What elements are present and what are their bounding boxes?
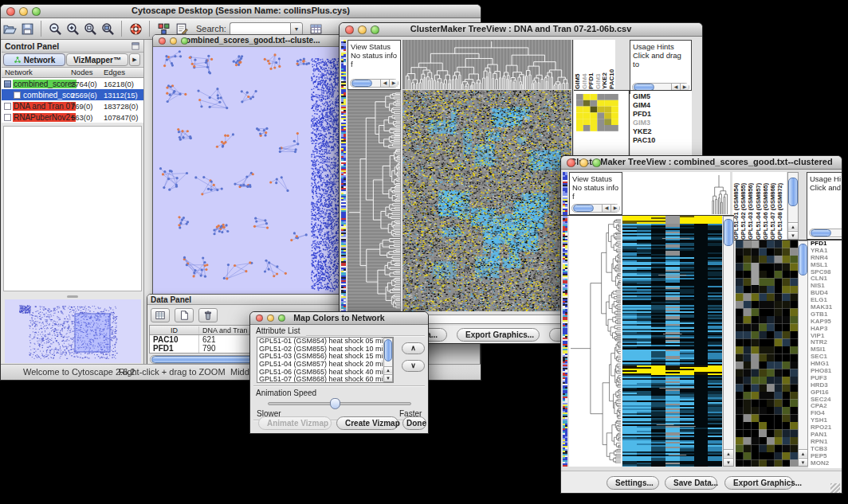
column-label[interactable]: YKE2 [601, 40, 608, 89]
network-list-row[interactable]: combined_scores 2764(0) 16218(0) [2, 78, 143, 89]
column-label[interactable]: GIM5 [574, 40, 581, 89]
network-canvas[interactable] [153, 47, 348, 297]
col-network[interactable]: Network [5, 68, 33, 76]
network-list-row[interactable]: DNA and Tran 07 769(0) 183728(0) [2, 100, 143, 111]
zoom-out-button[interactable] [46, 21, 64, 37]
gene-label[interactable]: YKE2 [633, 127, 692, 136]
minimize-icon[interactable] [19, 7, 28, 16]
col-nodes[interactable]: Nodes [71, 68, 92, 76]
scroll-right-icon[interactable]: ▶ [610, 205, 619, 212]
open-session-button[interactable] [1, 21, 18, 37]
treeview1-titlebar[interactable]: ClusterMaker TreeView : DNA and Tran 07-… [340, 23, 702, 37]
treeview2-titlebar[interactable]: ClusterMaker TreeView : combined_scores_… [561, 156, 842, 170]
close-icon[interactable] [159, 37, 166, 45]
float-panel-icon[interactable] [131, 41, 140, 51]
heatmap-vscrollbar[interactable]: ▲ ▼ [723, 216, 734, 467]
scroll-up-icon[interactable]: ▲ [799, 449, 807, 457]
close-icon[interactable] [6, 7, 15, 16]
scroll-down-icon[interactable]: ▼ [788, 231, 798, 239]
column-label[interactable]: GIM3 [595, 40, 602, 89]
column-label[interactable]: GPL51-06 (GSM865) [762, 172, 769, 240]
network-tree-whitespace[interactable] [3, 126, 142, 291]
scroll-up-icon[interactable]: ▲ [788, 222, 798, 230]
close-icon[interactable] [567, 158, 575, 167]
zoom-vscrollbar[interactable]: ▲ ▼ [798, 240, 808, 467]
column-label[interactable]: GPL51-02 (GSM855) [740, 172, 747, 240]
col-id[interactable]: ID [150, 326, 199, 334]
save-data-button[interactable]: Save Data... [665, 476, 717, 490]
close-icon[interactable] [256, 315, 263, 322]
hscrollbar[interactable]: ◀▶ [571, 204, 620, 213]
network-list-row[interactable]: combined_sco 2569(6) 13112(15) [2, 89, 143, 100]
tab-vizmapper[interactable]: VizMapper™ [66, 53, 128, 66]
column-label[interactable]: GPL51-08 (GSM872) [776, 172, 783, 240]
zoom-window-icon[interactable] [371, 25, 379, 34]
scrollbar-thumb[interactable] [384, 339, 392, 361]
zoom-fit-button[interactable] [99, 21, 116, 37]
scrollbar-thumb[interactable] [788, 178, 798, 206]
hscrollbar[interactable]: ◀▶ [350, 79, 398, 88]
scrollbar-thumb[interactable] [351, 80, 372, 87]
hscrollbar[interactable] [809, 229, 842, 237]
speed-slider-thumb[interactable] [330, 398, 340, 409]
minimize-icon[interactable] [267, 315, 274, 322]
scrollbar-thumb[interactable] [724, 219, 733, 246]
scroll-down-icon[interactable]: ▼ [724, 458, 733, 466]
correlation-mini-heatmap[interactable] [576, 94, 618, 131]
column-label[interactable]: GPL51-04 (GSM857) [755, 172, 762, 240]
close-icon[interactable] [345, 25, 354, 34]
settings-button[interactable]: Settings... [607, 476, 659, 490]
new-attribute-icon[interactable] [175, 308, 194, 322]
scroll-down-icon[interactable]: ▼ [384, 374, 392, 381]
scrollbar-thumb[interactable] [799, 244, 807, 275]
zoom-window-icon[interactable] [32, 7, 41, 16]
move-up-button[interactable]: ∧ [402, 342, 425, 354]
save-session-button[interactable] [18, 21, 36, 37]
column-dendrogram[interactable] [622, 172, 730, 215]
network-list-row[interactable]: RNAPuberNov2+ 563(0) 107847(0) [2, 111, 143, 123]
chevron-down-icon[interactable]: ▼ [290, 22, 303, 36]
scroll-down-icon[interactable]: ▼ [799, 458, 807, 466]
birdseye-view[interactable] [5, 299, 141, 363]
gene-label[interactable]: GIM5 [633, 92, 692, 101]
zoom-heatmap-canvas[interactable] [736, 240, 798, 467]
attribute-table-icon[interactable] [151, 308, 170, 322]
minimize-icon[interactable] [579, 158, 588, 167]
create-vizmap-button[interactable]: Create Vizmap [336, 416, 398, 430]
more-tabs-icon[interactable]: ▶ [129, 53, 140, 66]
scroll-right-icon[interactable]: ▶ [389, 80, 398, 87]
move-down-button[interactable]: ∨ [402, 360, 425, 372]
column-label[interactable]: PFD1 [587, 40, 595, 89]
scrollbar-thumb[interactable] [811, 229, 831, 236]
heatmap-canvas[interactable] [622, 216, 722, 467]
help-icon[interactable] [127, 21, 144, 37]
attribute-listbox[interactable]: GPL51-01 (GSM854) heat shock 05 minGPL51… [257, 337, 394, 383]
animate-vizmap-button[interactable]: Animate Vizmap [258, 416, 332, 430]
scroll-left-icon[interactable]: ◀ [380, 80, 389, 87]
zoom-window-icon[interactable] [592, 158, 601, 167]
minimize-icon[interactable] [358, 25, 367, 34]
column-dendrogram[interactable] [402, 40, 571, 89]
column-label[interactable]: PAC10 [608, 40, 615, 89]
gene-label[interactable]: GIM4 [633, 101, 692, 110]
minimize-icon[interactable] [170, 37, 177, 45]
column-label[interactable]: GPL51-03 (GSM856) [747, 172, 754, 240]
scrollbar-thumb[interactable] [573, 205, 594, 212]
main-titlebar[interactable]: Cytoscape Desktop (Session Name: collins… [1, 5, 481, 18]
export-graphics-button[interactable]: Export Graphics... [724, 476, 793, 490]
scroll-up-icon[interactable]: ▲ [384, 366, 392, 373]
export-graphics-button[interactable]: Export Graphics... [457, 328, 540, 342]
heatmap-canvas[interactable] [402, 90, 571, 311]
column-label[interactable]: GPL51-07 (GSM868) [769, 172, 776, 240]
scroll-up-icon[interactable]: ▲ [724, 449, 733, 457]
done-button[interactable]: Done [402, 416, 426, 430]
network-view-titlebar[interactable]: combined_scores_good.txt--cluste... [153, 35, 348, 47]
attribute-list-vscrollbar[interactable]: ▲ ▼ [383, 338, 393, 382]
delete-attribute-icon[interactable] [198, 308, 218, 322]
col-edges[interactable]: Edges [104, 68, 125, 76]
gene-label[interactable]: PFD1 [633, 110, 692, 119]
zoom-in-button[interactable] [64, 21, 81, 37]
column-label[interactable]: GIM4 [581, 40, 588, 89]
zoom-window-icon[interactable] [278, 315, 285, 322]
column-labels-vscrollbar[interactable]: ▲ ▼ [787, 172, 799, 240]
